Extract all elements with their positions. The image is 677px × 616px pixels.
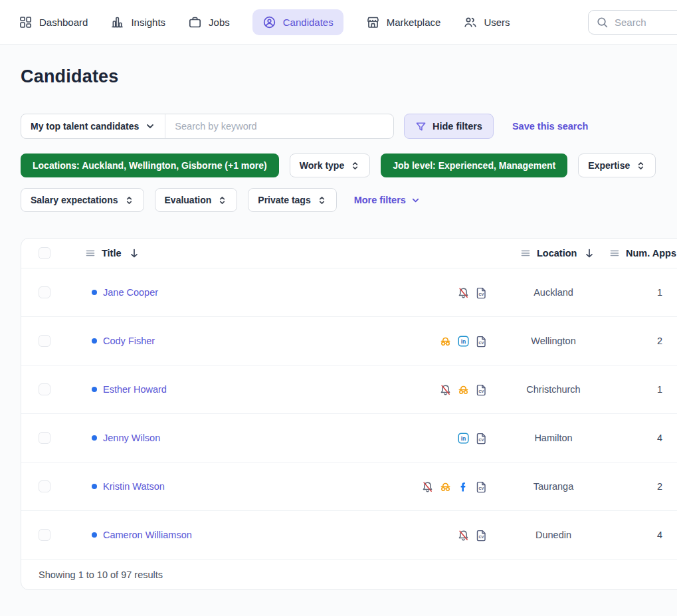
global-search[interactable]: [588, 10, 677, 35]
filter-chip-label: Work type: [300, 160, 344, 171]
candidate-num-apps: 1: [657, 384, 662, 395]
candidate-name-link[interactable]: Cameron Williamson: [103, 530, 192, 540]
candidate-row-cody-fisher: Cody FisherinCVWellington2: [21, 317, 677, 365]
jobs-briefcase-icon: [188, 15, 202, 29]
candidate-badges: CV: [457, 529, 504, 542]
status-dot: [92, 387, 97, 392]
filter-chip-locations-auckland-wellington-[interactable]: Locations: Auckland, Wellington, Gisborn…: [21, 154, 279, 177]
status-dot: [92, 290, 97, 295]
candidate-location: Tauranga: [533, 481, 573, 492]
nav-item-marketplace[interactable]: Marketplace: [366, 9, 441, 35]
row-checkbox[interactable]: [39, 335, 50, 347]
row-checkbox[interactable]: [39, 432, 50, 444]
candidates-person-icon: [262, 15, 276, 29]
column-header-location[interactable]: Location: [537, 248, 577, 258]
svg-text:CV: CV: [479, 389, 484, 393]
candidate-name-link[interactable]: Jane Cooper: [103, 287, 158, 298]
hide-filters-button[interactable]: Hide filters: [404, 114, 494, 139]
marketplace-store-icon: [366, 15, 380, 29]
more-filters-link[interactable]: More filters: [354, 195, 421, 205]
status-dot: [92, 532, 97, 538]
filter-chip-private-tags[interactable]: Private tags: [248, 188, 336, 212]
keyword-search-input[interactable]: [165, 114, 393, 138]
updown-chevrons-icon: [217, 195, 227, 205]
svg-text:CV: CV: [479, 292, 484, 296]
candidate-badges: CV: [457, 286, 504, 299]
updown-chevrons-icon: [317, 195, 327, 205]
dashboard-grid-icon: [19, 15, 33, 29]
filter-chip-work-type[interactable]: Work type: [290, 154, 370, 177]
bell-slash-icon: [421, 480, 434, 493]
candidates-table: Title Location Num. Apps: [21, 238, 677, 590]
candidate-num-apps: 2: [657, 481, 662, 492]
linkedin-icon: in: [457, 335, 470, 348]
filter-chips-row2: Salary expectationsEvaluationPrivate tag…: [21, 188, 677, 212]
bell-slash-icon: [457, 529, 470, 542]
cv-icon: CV: [475, 286, 488, 299]
select-all-checkbox[interactable]: [39, 247, 50, 259]
users-people-icon: [463, 15, 477, 29]
svg-text:in: in: [461, 435, 466, 442]
updown-chevrons-icon: [124, 195, 134, 205]
sort-desc-arrow-icon[interactable]: [129, 248, 140, 258]
candidate-location: Auckland: [533, 287, 573, 298]
filter-chip-label: Locations: Auckland, Wellington, Gisborn…: [33, 160, 267, 171]
incognito-icon: [457, 383, 470, 396]
candidate-num-apps: 2: [657, 336, 662, 346]
global-search-input[interactable]: [615, 17, 677, 28]
nav-item-insights[interactable]: Insights: [110, 9, 165, 35]
drag-handle-icon[interactable]: [520, 248, 531, 258]
candidate-location: Wellington: [531, 336, 575, 346]
page-title: Candidates: [21, 66, 677, 87]
candidate-name-link[interactable]: Jenny Wilson: [103, 433, 160, 443]
drag-handle-icon[interactable]: [609, 248, 620, 258]
nav-item-users[interactable]: Users: [463, 9, 510, 35]
drag-handle-icon[interactable]: [85, 248, 96, 258]
updown-chevrons-icon: [350, 161, 360, 171]
cv-icon: CV: [475, 335, 488, 348]
bell-slash-icon: [439, 383, 452, 396]
nav-item-label: Users: [484, 17, 510, 28]
filter-chip-salary-expectations[interactable]: Salary expectations: [21, 188, 144, 212]
row-checkbox[interactable]: [39, 480, 50, 492]
nav-item-label: Candidates: [283, 17, 334, 28]
candidate-badges: CV: [421, 480, 504, 493]
bell-slash-icon: [457, 286, 470, 299]
candidate-row-esther-howard: Esther HowardCVChristchurch1: [21, 365, 677, 414]
column-header-title[interactable]: Title: [102, 248, 122, 258]
candidate-name-link[interactable]: Esther Howard: [103, 384, 167, 395]
row-checkbox[interactable]: [39, 383, 50, 395]
nav-item-dashboard[interactable]: Dashboard: [19, 9, 88, 35]
candidate-badges: inCV: [439, 335, 504, 348]
row-checkbox[interactable]: [39, 529, 50, 541]
candidates-page: Candidates My top talent candidates Hide…: [0, 66, 677, 590]
filter-chip-job-level-experienced-manageme[interactable]: Job level: Experienced, Management: [381, 154, 567, 177]
candidate-name-link[interactable]: Kristin Watson: [103, 481, 165, 492]
cv-icon: CV: [475, 529, 488, 542]
candidate-location: Christchurch: [526, 384, 580, 395]
more-filters-label: More filters: [354, 195, 406, 205]
row-checkbox[interactable]: [39, 286, 50, 298]
cv-icon: CV: [475, 383, 488, 396]
linkedin-icon: in: [457, 432, 470, 445]
candidate-name-link[interactable]: Cody Fisher: [103, 336, 155, 346]
hide-filters-label: Hide filters: [433, 121, 482, 132]
saved-search-dropdown[interactable]: My top talent candidates: [21, 114, 165, 138]
filter-chip-label: Evaluation: [165, 195, 212, 205]
filter-chip-evaluation[interactable]: Evaluation: [155, 188, 238, 212]
column-header-num-apps[interactable]: Num. Apps: [626, 248, 676, 258]
nav-item-candidates[interactable]: Candidates: [252, 9, 343, 35]
save-search-link[interactable]: Save this search: [512, 121, 588, 132]
candidate-row-jenny-wilson: Jenny WilsoninCVHamilton4: [21, 414, 677, 462]
saved-search-combo: My top talent candidates: [21, 114, 394, 139]
filter-chip-label: Job level: Experienced, Management: [393, 160, 555, 171]
insights-chart-icon: [110, 15, 124, 29]
nav-item-jobs[interactable]: Jobs: [188, 9, 230, 35]
updown-chevrons-icon: [636, 161, 646, 171]
chevron-down-icon: [411, 195, 421, 205]
nav-item-label: Marketplace: [387, 17, 441, 28]
nav-item-label: Dashboard: [39, 17, 88, 28]
sort-desc-arrow-icon[interactable]: [584, 248, 595, 258]
filter-chip-expertise[interactable]: Expertise: [578, 154, 656, 177]
table-body: Jane CooperCVAuckland1Cody FisherinCVWel…: [21, 268, 677, 560]
